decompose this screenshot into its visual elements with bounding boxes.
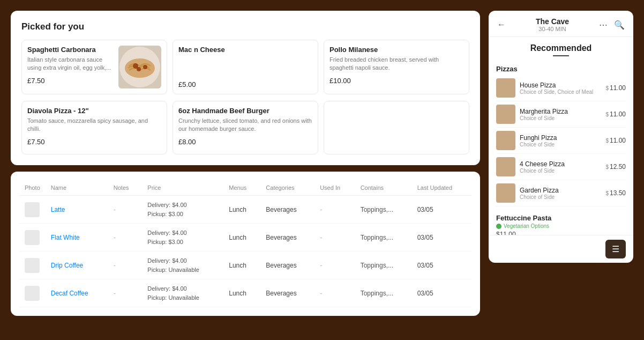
cell-contains: Toppings,... [355, 252, 412, 279]
picked-item-name: Pollo Milanese [330, 46, 463, 54]
item-name-link[interactable]: Decaf Coffee [51, 290, 88, 297]
table-header-row: Photo Name Notes Price Menus Categories … [19, 180, 471, 196]
picked-item-price: £5.00 [178, 80, 312, 88]
cell-last-updated: 03/05 [412, 224, 471, 252]
cell-contains: Toppings,... [355, 196, 412, 224]
cell-categories: Beverages [260, 196, 314, 224]
back-button[interactable]: ← [496, 19, 507, 31]
col-price: Price [142, 180, 223, 196]
search-button[interactable]: 🔍 [613, 19, 626, 31]
cell-contains: Toppings,... [355, 279, 412, 307]
picked-grid-row1: Spaghetti Carbonara Italian style carbon… [21, 40, 469, 94]
menu-table-card: Photo Name Notes Price Menus Categories … [11, 172, 480, 316]
cell-categories: Beverages [260, 279, 314, 307]
table-row[interactable]: Decaf Coffee - Delivery: $4.00Pickup: Un… [19, 279, 471, 307]
cell-used-in: - [314, 252, 355, 279]
right-header: ← The Cave 30-40 MIN ⋯ 🔍 [489, 11, 633, 37]
pasta-tag: Vegetarian Options [496, 223, 626, 229]
cell-categories: Beverages [260, 224, 314, 252]
cell-used-in: - [314, 279, 355, 307]
pizza-info: Funghi Pizza Choice of Side [520, 134, 601, 147]
pizza-price: $ 11.00 [605, 110, 626, 118]
picked-for-you-card: Picked for you Spaghetti Carbonara Itali… [11, 11, 480, 165]
cell-name[interactable]: Drip Coffee [46, 252, 108, 279]
svg-point-4 [137, 67, 141, 71]
dollar-icon: $ [605, 190, 609, 196]
cell-price: Delivery: $4.00Pickup: Unavailable [142, 279, 223, 307]
item-name-link[interactable]: Flat White [51, 234, 80, 241]
more-options-button[interactable]: ⋯ [598, 19, 609, 31]
pizza-price-value: 11.00 [610, 84, 626, 92]
pizza-item[interactable]: Garden Pizza Choice of Side $ 13.50 [496, 180, 626, 206]
table-row[interactable]: Latte - Delivery: $4.00Pickup: $3.00 Lun… [19, 196, 471, 224]
pizza-thumbnail [496, 157, 515, 176]
dollar-icon: $ [605, 164, 609, 170]
picked-item-price: £10.00 [330, 77, 463, 85]
table-row[interactable]: Flat White - Delivery: $4.00Pickup: $3.0… [19, 224, 471, 252]
pizza-sub: Choice of Side [520, 194, 601, 200]
pizza-info: 4 Cheese Pizza Choice of Side [520, 160, 601, 174]
cell-price: Delivery: $4.00Pickup: $3.00 [142, 224, 223, 252]
pizza-name: House Pizza [520, 82, 601, 89]
picked-item-desc: Crunchy lettuce, sliced tomato, and red … [178, 117, 312, 134]
col-categories: Categories [260, 180, 314, 196]
pizza-price: $ 11.00 [605, 137, 626, 144]
pasta-item-fettuccine[interactable]: Fettuccine Pasta Vegetarian Options $11.… [496, 210, 626, 235]
picked-item-name: Mac n Cheese [178, 46, 312, 54]
picked-item-desc: Italian style carbonara sauce using extr… [27, 56, 114, 72]
pasta-section: Fettuccine Pasta Vegetarian Options $11.… [496, 206, 626, 235]
pizza-name: 4 Cheese Pizza [520, 160, 601, 168]
cell-name[interactable]: Decaf Coffee [46, 279, 108, 307]
pizza-item[interactable]: House Pizza Choice of Side, Choice of Me… [496, 75, 626, 101]
dollar-icon: $ [605, 112, 609, 117]
col-contains: Contains [355, 180, 412, 196]
left-wrapper: Picked for you Spaghetti Carbonara Itali… [11, 11, 480, 316]
main-container: Picked for you Spaghetti Carbonara Itali… [0, 0, 644, 340]
recommended-title: Recommended [489, 37, 633, 55]
item-name-link[interactable]: Latte [51, 206, 65, 213]
picked-grid-row2: Diavola Pizza - 12" Tomato sauce, mozzar… [21, 101, 469, 154]
cell-name[interactable]: Flat White [46, 224, 108, 252]
right-content[interactable]: Pizzas House Pizza Choice of Side, Choic… [489, 61, 633, 235]
pizza-item[interactable]: Funghi Pizza Choice of Side $ 11.00 [496, 128, 626, 154]
cell-notes: - [108, 224, 143, 252]
pizza-price: $ 11.00 [605, 84, 626, 92]
col-photo: Photo [19, 180, 46, 196]
pizza-sub: Choice of Side [520, 142, 601, 147]
pizza-item[interactable]: Margherita Pizza Choice of Side $ 11.00 [496, 101, 626, 128]
header-actions: ⋯ 🔍 [598, 19, 626, 31]
cell-name[interactable]: Latte [46, 196, 108, 224]
pizza-price-value: 11.00 [610, 137, 626, 144]
pizza-item[interactable]: 4 Cheese Pizza Choice of Side $ 12.50 [496, 154, 626, 180]
cell-photo [19, 196, 46, 224]
cell-notes: - [108, 252, 143, 279]
pasta-name: Fettuccine Pasta [496, 214, 626, 222]
pizza-thumbnail [496, 105, 515, 124]
menu-button[interactable]: ☰ [605, 240, 626, 258]
picked-item-burger[interactable]: 6oz Handmade Beef Burger Crunchy lettuce… [173, 101, 318, 154]
cell-menus: Lunch [223, 279, 260, 307]
right-footer: ☰ [489, 235, 633, 263]
cell-last-updated: 03/05 [412, 279, 471, 307]
picked-item-carbonara[interactable]: Spaghetti Carbonara Italian style carbon… [21, 40, 167, 94]
cell-photo [19, 224, 46, 252]
picked-item-mac-cheese[interactable]: Mac n Cheese £5.00 [173, 40, 318, 94]
veg-label: Vegetarian Options [504, 223, 549, 229]
pizza-name: Margherita Pizza [520, 108, 601, 115]
picked-item-pollo[interactable]: Pollo Milanese Fried breaded chicken bre… [324, 40, 469, 94]
menu-table: Photo Name Notes Price Menus Categories … [19, 180, 471, 307]
picked-item-price: £8.00 [178, 138, 312, 146]
table-row[interactable]: Drip Coffee - Delivery: $4.00Pickup: Una… [19, 252, 471, 279]
pizza-list: House Pizza Choice of Side, Choice of Me… [496, 75, 626, 206]
pasta-price: $11.00 [496, 231, 626, 235]
pizza-sub: Choice of Side [520, 115, 601, 121]
picked-item-desc: Fried breaded chicken breast, served wit… [330, 56, 463, 72]
item-name-link[interactable]: Drip Coffee [51, 262, 83, 269]
picked-item-diavola[interactable]: Diavola Pizza - 12" Tomato sauce, mozzar… [21, 101, 167, 154]
pizza-price-value: 12.50 [610, 163, 626, 171]
cell-last-updated: 03/05 [412, 196, 471, 224]
cell-menus: Lunch [223, 196, 260, 224]
pizza-price: $ 13.50 [605, 189, 626, 197]
pizza-price-value: 11.00 [610, 110, 626, 118]
cell-menus: Lunch [223, 252, 260, 279]
